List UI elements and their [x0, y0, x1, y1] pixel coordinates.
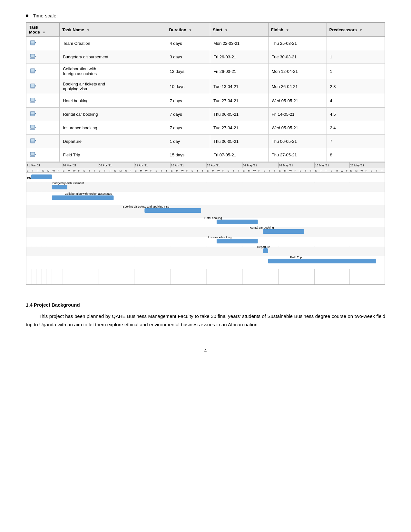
svg-text:W: W	[181, 169, 184, 172]
svg-text:T: T	[233, 169, 234, 172]
task-start: Tue 27-04-21	[210, 121, 269, 135]
task-duration: 3 days	[166, 50, 210, 64]
header-name-arrow[interactable]: ▼	[86, 28, 90, 32]
task-predecessors: 1	[327, 64, 385, 79]
svg-text:M: M	[336, 169, 338, 172]
header-pred-arrow[interactable]: ▼	[359, 28, 362, 32]
svg-text:Collaboration with foreign ass: Collaboration with foreign associates	[65, 192, 112, 195]
svg-rect-149	[26, 247, 385, 256]
svg-text:F: F	[130, 169, 131, 172]
table-row: Insurance booking7 daysTue 27-04-21Wed 0…	[26, 121, 385, 135]
svg-rect-5	[31, 54, 34, 57]
task-start: Fri 07-05-21	[210, 148, 269, 162]
table-row: Departure1 dayThu 06-05-21Thu 06-05-217	[26, 135, 385, 148]
svg-text:S: S	[83, 169, 85, 172]
svg-text:Field Trip: Field Trip	[290, 256, 302, 259]
svg-text:09 May '21: 09 May '21	[279, 164, 293, 167]
task-name: Hotel booking	[60, 94, 166, 108]
svg-text:T: T	[305, 169, 306, 172]
task-mode-icon	[26, 108, 60, 121]
table-row: Rental car booking7 daysThu 06-05-21Fri …	[26, 108, 385, 121]
svg-text:W: W	[217, 169, 220, 172]
svg-rect-161	[263, 229, 304, 234]
svg-text:W: W	[289, 169, 292, 172]
svg-rect-11	[30, 72, 35, 73]
svg-text:T: T	[89, 169, 90, 172]
svg-text:S: S	[191, 169, 193, 172]
header-duration-arrow[interactable]: ▼	[189, 28, 192, 32]
svg-text:T: T	[202, 169, 203, 172]
svg-text:S: S	[330, 169, 332, 172]
svg-text:S: S	[42, 169, 44, 172]
section-body: This project has been planned by QAHE Bu…	[26, 312, 385, 329]
svg-text:W: W	[73, 169, 76, 172]
svg-text:T: T	[320, 169, 322, 172]
task-finish: Fri 14-05-21	[268, 108, 327, 121]
svg-text:M: M	[119, 169, 122, 172]
table-row: Field Trip15 daysFri 07-05-21Thu 27-05-2…	[26, 148, 385, 162]
svg-text:S: S	[243, 169, 245, 172]
header-mode-arrow[interactable]: ▼	[43, 31, 46, 34]
svg-rect-7	[30, 58, 35, 59]
task-predecessors: 7	[327, 135, 385, 148]
svg-rect-142	[26, 172, 385, 182]
svg-text:S: S	[350, 169, 352, 172]
svg-rect-23	[30, 115, 35, 116]
svg-text:T: T	[32, 169, 34, 172]
header-finish: Finish ▼	[268, 23, 327, 37]
svg-rect-27	[30, 129, 35, 130]
svg-text:W: W	[341, 169, 343, 172]
svg-rect-152	[31, 174, 52, 179]
svg-text:S: S	[315, 169, 317, 172]
bullet-item-timescale: Time-scale:	[26, 13, 385, 18]
svg-marker-18	[35, 100, 36, 101]
svg-text:S: S	[99, 169, 101, 172]
task-finish: Thu 06-05-21	[268, 135, 327, 148]
svg-text:S: S	[264, 169, 265, 172]
task-mode-icon	[26, 79, 60, 94]
svg-text:T: T	[161, 169, 162, 172]
svg-text:S: S	[207, 169, 209, 172]
svg-text:F: F	[186, 169, 188, 172]
task-mode-icon	[26, 64, 60, 79]
svg-marker-30	[35, 140, 36, 142]
svg-text:Departure: Departure	[257, 245, 270, 249]
header-start-arrow[interactable]: ▼	[225, 28, 228, 32]
section-heading: 1.4 Project Background	[26, 302, 385, 308]
svg-text:Budgetary disbursement: Budgetary disbursement	[53, 182, 84, 185]
svg-text:S: S	[63, 169, 64, 172]
task-name: Collaboration with foreign associates	[60, 64, 166, 79]
svg-marker-22	[35, 113, 36, 114]
svg-rect-21	[31, 112, 34, 114]
svg-text:F: F	[150, 169, 152, 172]
table-header-row: TaskMode ▼ Task Name ▼ Duration ▼ Start …	[26, 23, 385, 37]
svg-text:M: M	[140, 169, 142, 172]
header-finish-arrow[interactable]: ▼	[286, 28, 289, 32]
svg-text:T: T	[310, 169, 311, 172]
svg-marker-6	[35, 56, 36, 57]
task-finish: Wed 05-05-21	[268, 121, 327, 135]
svg-text:T: T	[325, 169, 327, 172]
svg-text:T: T	[376, 169, 377, 172]
svg-marker-14	[35, 85, 36, 87]
svg-text:M: M	[212, 169, 214, 172]
task-predecessors: 2,3	[327, 79, 385, 94]
header-start: Start ▼	[210, 23, 269, 37]
svg-text:Hotel booking: Hotel booking	[204, 216, 222, 220]
svg-text:F: F	[58, 169, 59, 172]
page-number: 4	[26, 348, 385, 353]
task-name: Field Trip	[60, 148, 166, 162]
task-name: Rental car booking	[60, 108, 166, 121]
svg-text:T: T	[197, 169, 198, 172]
header-predecessors: Predecessors ▼	[327, 23, 385, 37]
svg-text:W: W	[53, 169, 55, 172]
svg-text:16 May '21: 16 May '21	[315, 164, 329, 167]
task-start: Tue 27-04-21	[210, 94, 269, 108]
task-predecessors	[327, 37, 385, 50]
task-name: Team Creation	[60, 37, 166, 50]
svg-rect-13	[31, 84, 34, 87]
svg-text:W: W	[253, 169, 256, 172]
svg-text:W: W	[360, 169, 363, 172]
svg-text:S: S	[371, 169, 372, 172]
task-mode-icon	[26, 94, 60, 108]
